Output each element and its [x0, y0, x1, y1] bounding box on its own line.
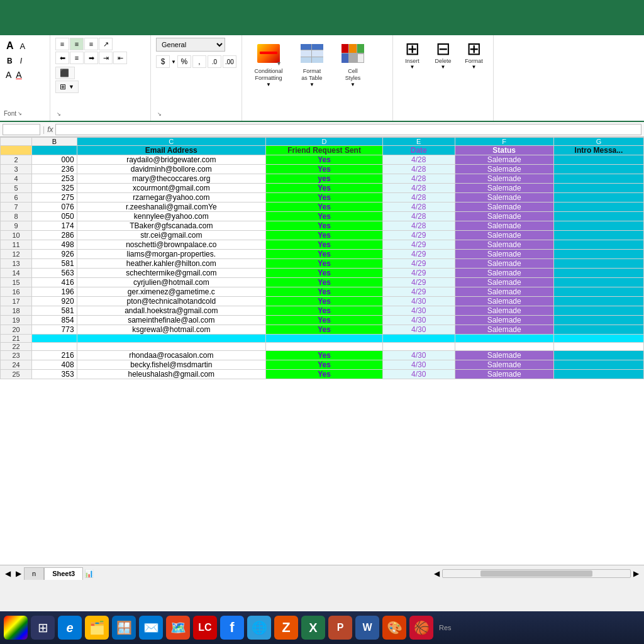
table-row[interactable]: 14563schechtermike@gmail.comYes4/29Salem… [1, 269, 644, 278]
res-label[interactable]: Res [436, 624, 454, 631]
cell-status[interactable]: Salemade [455, 240, 553, 250]
cell-email[interactable]: andall.hoekstra@gmail.com [77, 306, 265, 316]
delete-btn[interactable]: ⊟ Delete ▼ [429, 38, 457, 72]
cell-number[interactable]: 076 [32, 203, 77, 212]
cell-status[interactable]: Salemade [455, 174, 553, 184]
nav-left-btn[interactable]: ◀ [3, 569, 13, 578]
cell-date[interactable]: 4/28 [383, 174, 455, 184]
nba-icon[interactable]: 🏀 [409, 616, 433, 640]
search-icon[interactable]: ⊞ [31, 616, 55, 640]
tab-review[interactable] [35, 30, 50, 35]
align-top-left-btn[interactable]: ≡ [55, 38, 69, 50]
cell-number[interactable]: 920 [32, 297, 77, 306]
cell-friend-request[interactable] [266, 343, 383, 351]
cell-intro[interactable] [553, 174, 643, 184]
word-icon[interactable]: W [355, 616, 379, 640]
cell-intro[interactable] [553, 351, 643, 360]
cell-status[interactable]: Salemade [455, 287, 553, 297]
font-size-up-btn[interactable]: A [4, 39, 16, 53]
cell-intro[interactable] [553, 221, 643, 231]
format-btn[interactable]: ⊞ Format ▼ [460, 38, 488, 72]
cell-date[interactable]: 4/30 [383, 306, 455, 316]
cell-friend-request[interactable]: Yes [266, 278, 383, 287]
cell-friend-request[interactable]: Yes [266, 221, 383, 231]
table-row[interactable]: 13581heather.kahler@hilton.comYes4/29Sal… [1, 259, 644, 269]
number-expand-icon[interactable]: ↘ [157, 111, 162, 117]
cell-intro[interactable] [553, 203, 643, 212]
excel-icon[interactable]: X [301, 616, 325, 640]
globe-icon[interactable]: 🌐 [247, 616, 271, 640]
cell-intro[interactable] [553, 250, 643, 259]
cell-number[interactable]: 000 [32, 155, 77, 165]
cell-number[interactable]: 408 [32, 360, 77, 370]
insert-dropdown-icon[interactable]: ▼ [409, 64, 414, 70]
cell-number[interactable]: 581 [32, 259, 77, 269]
cell-friend-request[interactable]: Yes [266, 370, 383, 379]
cell-number[interactable]: 236 [32, 165, 77, 174]
table-row[interactable]: 16196ger.ximenez@gametime.cYes4/29Salema… [1, 287, 644, 297]
cell-intro[interactable] [553, 269, 643, 278]
table-row[interactable]: 20773ksgrewal@hotmail.comYes4/30Salemade [1, 325, 644, 335]
cell-friend-request[interactable]: Yes [266, 193, 383, 203]
rainbow-icon[interactable] [4, 616, 28, 640]
font-size-up2-btn[interactable]: A [18, 40, 28, 52]
cell-email[interactable]: becky.fishel@msdmartin [77, 360, 265, 370]
font-color-btn[interactable]: A [4, 69, 13, 80]
format-as-table-btn[interactable]: Formatas Table ▼ [292, 38, 331, 90]
cell-status[interactable]: Salemade [455, 306, 553, 316]
align-left-btn[interactable]: ⬅ [55, 52, 69, 64]
cell-status[interactable]: Salemade [455, 221, 553, 231]
cell-intro[interactable] [553, 316, 643, 325]
cell-date[interactable]: 4/28 [383, 212, 455, 221]
table-row[interactable]: 11498noschetti@brownpalace.coYes4/29Sale… [1, 240, 644, 250]
cell-email[interactable] [77, 335, 265, 343]
cell-email[interactable]: cyrjulien@hotmail.com [77, 278, 265, 287]
cell-intro[interactable] [553, 306, 643, 316]
cell-status[interactable]: Salemade [455, 316, 553, 325]
name-box[interactable] [3, 124, 40, 135]
table-row[interactable]: 7076r.zeeshanali@gmail.comYeYes4/28Salem… [1, 203, 644, 212]
cell-number[interactable]: 196 [32, 287, 77, 297]
cell-friend-request[interactable]: Yes [266, 203, 383, 212]
col-header-f[interactable]: F [455, 138, 553, 146]
cell-intro[interactable] [553, 240, 643, 250]
alignment-expand-icon[interactable]: ↘ [57, 111, 61, 117]
cell-status[interactable]: Salemade [455, 193, 553, 203]
table-row[interactable]: 24408becky.fishel@msdmartinYes4/30Salema… [1, 360, 644, 370]
cell-date[interactable]: 4/28 [383, 221, 455, 231]
cell-email[interactable]: mary@thecoccares.org [77, 174, 265, 184]
tab-n[interactable]: n [24, 567, 44, 580]
cell-intro[interactable] [553, 155, 643, 165]
cell-intro[interactable] [553, 343, 643, 351]
cell-email[interactable]: pton@technicalhotandcold [77, 297, 265, 306]
currency-dropdown-icon[interactable]: ▼ [171, 59, 176, 65]
delete-dropdown-icon[interactable]: ▼ [440, 64, 445, 70]
table-row[interactable]: 2000raydailo@bridgewater.comYes4/28Salem… [1, 155, 644, 165]
files-icon[interactable]: 🗂️ [85, 616, 109, 640]
number-format-dropdown[interactable]: General [156, 38, 225, 52]
cell-date[interactable]: 4/30 [383, 370, 455, 379]
cell-date[interactable]: 4/29 [383, 250, 455, 259]
maps-icon[interactable]: 🗺️ [166, 616, 190, 640]
cell-friend-request[interactable]: Yes [266, 212, 383, 221]
align-right-btn[interactable]: ➡ [84, 52, 98, 64]
cell-status[interactable]: Salemade [455, 325, 553, 335]
cell-number[interactable]: 563 [32, 269, 77, 278]
col-header-b[interactable]: B [32, 138, 77, 146]
format-dropdown-icon[interactable]: ▼ [471, 64, 476, 70]
cell-friend-request[interactable]: Yes [266, 287, 383, 297]
cell-email[interactable]: ger.ximenez@gametime.c [77, 287, 265, 297]
cell-date[interactable]: 4/30 [383, 351, 455, 360]
cell-number[interactable]: 416 [32, 278, 77, 287]
cell-friend-request[interactable]: Yes [266, 250, 383, 259]
increase-indent-btn[interactable]: ⇥ [99, 52, 113, 64]
cell-number[interactable]: 216 [32, 351, 77, 360]
cell-intro[interactable] [553, 335, 643, 343]
tab-view[interactable] [50, 30, 65, 35]
highlight-btn[interactable]: A [14, 69, 23, 80]
cell-status[interactable]: Salemade [455, 259, 553, 269]
cell-status[interactable]: Salemade [455, 212, 553, 221]
cell-status[interactable]: Salemade [455, 370, 553, 379]
cell-number[interactable]: 926 [32, 250, 77, 259]
cell-friend-request[interactable]: Yes [266, 240, 383, 250]
